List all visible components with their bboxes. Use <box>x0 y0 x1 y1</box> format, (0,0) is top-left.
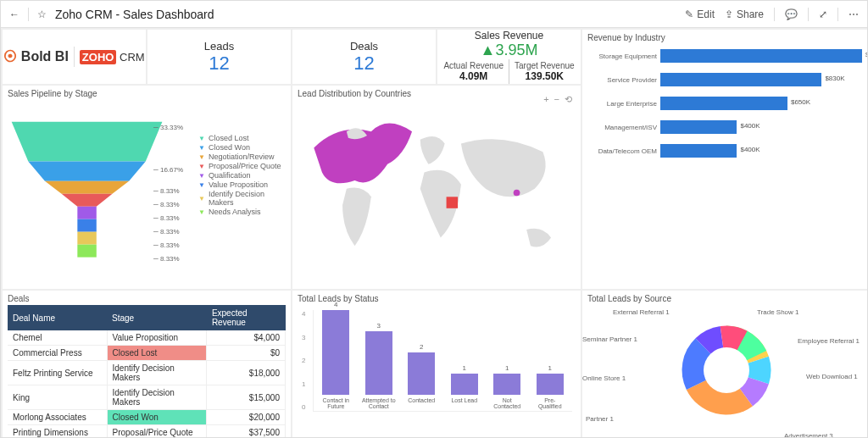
revenue-value: ▲3.95M <box>481 42 538 59</box>
donut-slice-label: Online Store 1 <box>582 374 626 382</box>
donut-slice-label: Advertisement 3 <box>784 432 833 437</box>
star-icon[interactable]: ☆ <box>37 8 47 20</box>
svg-marker-0 <box>12 122 163 162</box>
pipeline-card: Sales Pipeline by Stage ─ 33.33%─ 16.67%… <box>3 86 291 289</box>
donut-slice-label: Seminar Partner 1 <box>582 335 637 343</box>
boldbi-logo: ⦿ Bold BI <box>3 49 68 64</box>
svg-marker-1 <box>28 161 145 180</box>
table-header[interactable]: Stage <box>107 305 207 330</box>
back-icon[interactable]: ← <box>9 8 19 20</box>
donut-slice-label: Web Download 1 <box>806 373 858 380</box>
leads-source-card: Total Leads by Source External Referral … <box>582 291 867 437</box>
kpi-revenue: Sales Revenue ▲3.95M Actual Revenue4.09M… <box>437 30 581 84</box>
bar-label: Large Enterprise <box>591 100 657 108</box>
donut-slice-label: Trade Show 1 <box>757 308 799 316</box>
share-button[interactable]: ⇪Share <box>725 8 764 20</box>
revenue-industry-card: Revenue by Industry Storage Equipment $1… <box>582 30 867 289</box>
table-header[interactable]: Deal Name <box>8 305 107 330</box>
topbar: ← ☆ Zoho CRM - Sales Dashboard ✎Edit ⇪Sh… <box>1 1 867 28</box>
brand-card: ⦿ Bold BI ZOHO CRM <box>3 30 146 84</box>
page-title: Zoho CRM - Sales Dashboard <box>55 8 214 21</box>
table-row[interactable]: Printing DimensionsProposal/Price Quote$… <box>8 425 286 438</box>
status-bar: 3Attempted to Contact <box>362 322 397 411</box>
donut-slice-label: Employee Referral 1 <box>798 337 860 345</box>
status-bar: 2Contacted <box>404 343 439 411</box>
leads-status-card: Total Leads by Status 43210 4Contact in … <box>292 291 581 437</box>
comment-icon[interactable]: 💬 <box>785 8 798 20</box>
industry-bar-row: Service Provider $830K <box>591 73 862 86</box>
industry-bar-row: Large Enterprise $650K <box>591 97 862 110</box>
bar-label: Data/Telecom OEM <box>591 147 657 155</box>
svg-point-9 <box>514 190 520 197</box>
industry-bar-row: Data/Telecom OEM $400K <box>591 144 862 158</box>
table-header[interactable]: Expected Revenue <box>207 305 286 330</box>
donut-chart: External Referral 1Trade Show 1Employee … <box>587 305 865 435</box>
table-row[interactable]: Morlong AssociatesClosed Won$20,000 <box>8 410 286 425</box>
kpi-label: Leads <box>204 40 234 53</box>
funnel-chart: ─ 33.33%─ 16.67%─ 8.33%─ 8.33%─ 8.33%─ 8… <box>8 100 166 282</box>
status-bar-chart: 43210 4Contact in Future3Attempted to Co… <box>313 310 572 412</box>
world-map[interactable] <box>298 100 576 286</box>
svg-rect-8 <box>447 197 459 208</box>
svg-marker-3 <box>62 194 113 207</box>
svg-marker-5 <box>77 219 96 232</box>
funnel-legend: ▼Closed Lost▼Closed Won▼Negotiation/Revi… <box>198 134 286 286</box>
kpi-leads: Leads 12 <box>147 30 291 84</box>
svg-marker-4 <box>77 207 96 219</box>
status-bar: 1Lost Lead <box>448 364 482 411</box>
kpi-label: Deals <box>350 40 378 53</box>
pencil-icon: ✎ <box>685 8 693 20</box>
edit-button[interactable]: ✎Edit <box>685 8 715 20</box>
kpi-value: 12 <box>353 53 374 75</box>
deals-table: Deal NameStageExpected Revenue ChemelVal… <box>8 305 286 437</box>
svg-marker-7 <box>77 245 96 258</box>
bar-label: Service Provider <box>591 76 657 84</box>
more-icon[interactable]: ⋯ <box>849 8 859 20</box>
status-bar: 1Pre-Qualified <box>533 364 568 411</box>
kpi-deals: Deals 12 <box>292 30 436 84</box>
svg-point-10 <box>704 347 749 393</box>
industry-bar-row: Storage Equipment $1.04M <box>591 49 862 63</box>
table-row[interactable]: Feltz Printing ServiceIdentify Decision … <box>8 361 286 385</box>
donut-slice-label: Partner 1 <box>586 415 614 423</box>
bar-label: Storage Equipment <box>591 53 657 60</box>
donut-slice-label: External Referral 1 <box>613 308 670 316</box>
svg-marker-2 <box>45 181 129 194</box>
svg-marker-6 <box>77 232 96 245</box>
status-bar: 4Contact in Future <box>319 301 353 411</box>
table-row[interactable]: Commercial PressClosed Lost$0 <box>8 346 286 361</box>
industry-bar-row: Management/ISV $400K <box>591 120 862 134</box>
up-arrow-icon: ▲ <box>481 42 496 58</box>
deals-card: Deals Deal NameStageExpected Revenue Che… <box>3 291 291 437</box>
status-bar: 1Not Contacted <box>490 364 525 411</box>
table-row[interactable]: KingIdentify Decision Makers$15,000 <box>8 385 286 410</box>
fullscreen-icon[interactable]: ⤢ <box>819 8 827 20</box>
zoho-logo: ZOHO CRM <box>80 51 145 64</box>
table-row[interactable]: ChemelValue Proposition$4,000 <box>8 330 286 346</box>
bar-label: Management/ISV <box>591 124 657 131</box>
map-card: Lead Distribution by Countries + − ⟲ <box>292 86 581 289</box>
kpi-value: 12 <box>209 53 229 75</box>
share-icon: ⇪ <box>725 8 733 20</box>
